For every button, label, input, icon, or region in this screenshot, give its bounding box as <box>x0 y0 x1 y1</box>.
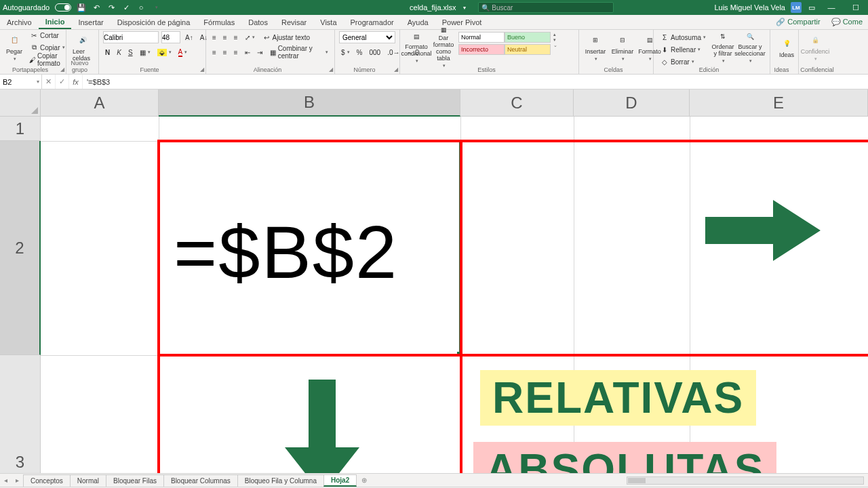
name-box[interactable]: B2 <box>0 75 42 89</box>
underline-button[interactable]: S <box>126 46 135 58</box>
style-incorrecto[interactable]: Incorrecto <box>458 44 505 55</box>
tab-vista[interactable]: Vista <box>313 15 343 29</box>
cells-area[interactable]: =$B$2 RELATIVAS ABSOLUTAS <box>41 117 868 473</box>
tab-archivo[interactable]: Archivo <box>0 15 39 29</box>
search-box[interactable]: 🔍 Buscar <box>478 2 614 13</box>
colhead-d[interactable]: D <box>574 89 690 117</box>
style-normal[interactable]: Normal <box>458 32 505 43</box>
qat-more-icon[interactable] <box>151 3 161 12</box>
qat-icon[interactable]: ✓ <box>121 3 131 12</box>
italic-button[interactable]: K <box>115 46 123 58</box>
align-bot-button[interactable]: ≡ <box>232 31 240 43</box>
save-icon[interactable]: 💾 <box>77 3 86 12</box>
tab-formulas[interactable]: Fórmulas <box>197 15 241 29</box>
copy-icon: ⧉ <box>29 43 39 52</box>
styles-scroll[interactable]: ▴▾⌄ <box>553 31 561 49</box>
font-name-combo[interactable] <box>103 31 159 43</box>
style-neutral[interactable]: Neutral <box>505 44 551 55</box>
tab-datos[interactable]: Datos <box>241 15 275 29</box>
align-mid-button[interactable]: ≡ <box>221 31 229 43</box>
font-size-combo[interactable] <box>161 31 180 43</box>
tab-inicio[interactable]: Inicio <box>39 15 72 29</box>
tab-revisar[interactable]: Revisar <box>275 15 313 29</box>
sheet-normal[interactable]: Normal <box>70 474 106 487</box>
confidential-button[interactable]: 🔒Confidenci <box>803 31 827 64</box>
colhead-b[interactable]: B <box>159 89 460 117</box>
sheet-hoja2[interactable]: Hoja2 <box>323 474 357 487</box>
align-center-button[interactable]: ≡ <box>221 46 229 58</box>
sheet-conceptos[interactable]: Conceptos <box>23 474 71 487</box>
rowhead-2[interactable]: 2 <box>0 141 41 355</box>
autosave-toggle[interactable] <box>55 3 71 12</box>
qat2-icon[interactable]: ○ <box>136 3 146 12</box>
sheet-nav-prev[interactable]: ◂ <box>0 476 12 484</box>
redo-icon[interactable]: ↷ <box>106 3 116 12</box>
format-table-button[interactable]: ▦Dar formato como tabla <box>431 31 456 64</box>
paste-button[interactable]: 📋 Pegar <box>4 31 24 64</box>
bold-button[interactable]: N <box>103 46 112 58</box>
delete-button[interactable]: ⊟Eliminar <box>610 31 635 64</box>
sheet-bloq-filas[interactable]: Bloquear Filas <box>106 474 164 487</box>
fill-button[interactable]: ⬇Rellenar <box>658 43 708 56</box>
sheet-nav-next[interactable]: ▸ <box>12 476 23 484</box>
border-button[interactable]: ▦ <box>138 46 153 58</box>
align-top-button[interactable]: ≡ <box>210 31 218 43</box>
formula-input[interactable]: '=$B$3 <box>83 78 868 86</box>
clipboard-launcher[interactable]: ◢ <box>60 66 64 73</box>
style-bueno[interactable]: Bueno <box>505 32 551 43</box>
insert-button[interactable]: ⊞Insertar <box>583 31 608 64</box>
autosum-button[interactable]: ΣAutosuma <box>658 31 708 43</box>
colhead-a[interactable]: A <box>41 89 159 117</box>
cancel-formula-icon[interactable]: ✕ <box>42 75 56 89</box>
tab-programador[interactable]: Programador <box>344 15 401 29</box>
sort-button[interactable]: ⇅Ordenar y filtrar <box>711 31 735 64</box>
percent-button[interactable]: % <box>355 46 365 58</box>
minimize-button[interactable]: — <box>822 3 841 12</box>
font-launcher[interactable]: ◢ <box>200 66 204 73</box>
fill-color-button[interactable]: ⬙ <box>155 46 174 58</box>
indent-dec-button[interactable]: ⇤ <box>243 46 252 58</box>
conditional-format-button[interactable]: ▤Formato condicional <box>404 31 429 64</box>
sheet-bloq-cols[interactable]: Bloquear Columnas <box>163 474 238 487</box>
undo-icon[interactable]: ↶ <box>92 3 101 12</box>
rowhead-1[interactable]: 1 <box>0 117 41 141</box>
fx-icon[interactable]: fx <box>69 75 83 89</box>
grow-font-button[interactable]: A↑ <box>183 31 195 43</box>
tab-disposicion[interactable]: Disposición de página <box>111 15 197 29</box>
number-launcher[interactable]: ◢ <box>394 66 398 73</box>
new-sheet-button[interactable]: ⊕ <box>356 476 372 484</box>
tab-ayuda[interactable]: Ayuda <box>401 15 435 29</box>
group-read: 🔊 Leer celdas Nuevo grupo <box>66 30 99 74</box>
format-painter-button[interactable]: 🖌Copiar formato <box>27 54 66 66</box>
find-button[interactable]: 🔍Buscar y seleccionar <box>738 31 762 64</box>
align-launcher[interactable]: ◢ <box>329 66 333 73</box>
currency-button[interactable]: $ <box>339 46 352 58</box>
sheet-bloq-both[interactable]: Bloqueo Fila y Columna <box>237 474 324 487</box>
enter-formula-icon[interactable]: ✓ <box>56 75 69 89</box>
cut-button[interactable]: ✂Cortar <box>27 29 66 41</box>
colhead-c[interactable]: C <box>460 89 574 117</box>
inc-decimal-button[interactable]: .0→ <box>385 46 401 58</box>
number-format-combo[interactable]: General <box>339 31 395 43</box>
comma-button[interactable]: 000 <box>367 46 382 58</box>
colhead-e[interactable]: E <box>690 89 868 117</box>
hscrollbar[interactable] <box>627 476 864 485</box>
orientation-button[interactable]: ⤢ <box>243 31 257 43</box>
align-left-button[interactable]: ≡ <box>210 46 218 58</box>
ribbon-mode-icon[interactable]: ▭ <box>807 3 816 12</box>
rowhead-3[interactable]: 3 <box>0 355 41 473</box>
wrap-button[interactable]: ↩Ajustar texto <box>260 31 313 43</box>
user-avatar[interactable]: LM <box>791 2 802 13</box>
font-color-button[interactable]: A <box>176 46 190 58</box>
maximize-button[interactable]: ☐ <box>846 3 865 12</box>
align-right-button[interactable]: ≡ <box>232 46 240 58</box>
ideas-button[interactable]: 💡Ideas <box>774 31 799 64</box>
tab-insertar[interactable]: Insertar <box>71 15 110 29</box>
select-all-button[interactable] <box>0 89 41 117</box>
share-button[interactable]: 🔗 Compartir <box>770 18 825 26</box>
comments-button[interactable]: 💬 Come <box>826 18 868 26</box>
user-name[interactable]: Luis Miguel Vela Vela <box>714 3 785 12</box>
read-cells-button[interactable]: 🔊 Leer celdas <box>71 31 95 64</box>
indent-inc-button[interactable]: ⇥ <box>255 46 264 58</box>
merge-button[interactable]: ▦Combinar y centrar <box>267 46 330 58</box>
